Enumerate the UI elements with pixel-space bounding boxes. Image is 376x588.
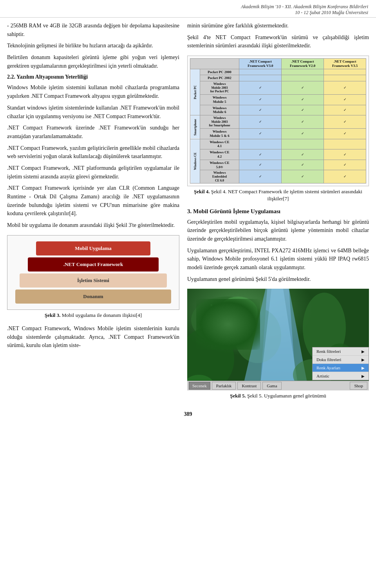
pp2002-v20	[282, 75, 324, 81]
cf-table-wrapper: .NET CompactFramework V3.0 .NET CompactF…	[187, 56, 369, 186]
pocket-pc-label: Pocket PC	[190, 69, 200, 115]
pp2000-cell: Pocket PC 2000	[200, 69, 239, 75]
right-para4: Uygulamanın gerçekleştirimi, INTEL PXA27…	[187, 246, 369, 272]
pp2000-v20	[282, 69, 324, 75]
left-para6: .NET Compact Framework üzerinde .NET Fra…	[7, 124, 179, 140]
doku-filtreleri-label: Doku filtreleri	[316, 357, 341, 362]
left-para8: .NET Compact Framework, .NET platformund…	[7, 164, 179, 181]
artistic-label: Artistic	[316, 374, 329, 378]
figure-3: Mobil Uygulama .NET Compact Framework İş…	[7, 235, 179, 319]
left-para5: Standart windows işletim sistemlerinde k…	[7, 104, 179, 120]
wm6-v20: ✓	[282, 105, 324, 115]
layer-diagram: Mobil Uygulama .NET Compact Framework İş…	[7, 235, 179, 310]
content-area: - 256MB RAM ve 4GB ile 32GB arasında değ…	[0, 22, 376, 405]
waterfall-container: Renk filtreleri ▶ Doku filtreleri ▶ Renk…	[187, 289, 369, 390]
pp2000-v30	[239, 69, 282, 75]
renk-filtreleri-arrow: ▶	[362, 349, 365, 354]
left-para9: .NET Compact Framework içerisinde yer al…	[7, 184, 179, 218]
right-para2: Şekil 4'te NET Compact Framework'ün sürü…	[187, 33, 369, 50]
wce50-v20: ✓	[282, 160, 324, 170]
wm56-v20: ✓	[282, 129, 324, 139]
parlaklik-button[interactable]: Parlaklık	[212, 382, 236, 390]
wm2003p-v30: ✓	[239, 81, 282, 95]
secenek-button[interactable]: Secenek	[189, 382, 210, 390]
wce41-v20	[282, 139, 324, 149]
shop-button[interactable]: Shop	[350, 382, 367, 390]
wm2003s-v35: ✓	[324, 115, 366, 129]
wce50-cell: Windows CE5.0®	[200, 160, 239, 170]
figure-5: Renk filtreleri ▶ Doku filtreleri ▶ Renk…	[187, 289, 369, 399]
left-para7: .NET Compact Framework, yazılım geliştir…	[7, 144, 179, 161]
renk-ayarlari-item[interactable]: Renk Ayarları ▶	[313, 364, 369, 372]
wm2003s-cell: WindowsMobile 2003for Smart­phone	[200, 115, 239, 129]
doku-filtreleri-item[interactable]: Doku filtreleri ▶	[313, 356, 369, 364]
wm6-v30: ✓	[239, 105, 282, 115]
wce60-v20: ✓	[282, 170, 324, 183]
figure-4-text: Şekil 4. NET Compact Framework ile işlet…	[211, 189, 362, 201]
wce50-v35: ✓	[324, 160, 366, 170]
figure-4: .NET CompactFramework V3.0 .NET CompactF…	[187, 56, 369, 202]
right-para5: Uygulamanın genel görünümü Şekil 5'da gö…	[187, 275, 369, 284]
wce41-v30	[239, 139, 282, 149]
layer-donanim: Donanım	[15, 290, 171, 304]
wm-label-cell: WindowsMobile 5 & 6	[200, 129, 239, 139]
svg-rect-11	[215, 312, 216, 313]
right-column: minin sürümüne göre farklılık göstermekt…	[187, 22, 369, 405]
wm5-cell: WindowsMobile 5	[200, 95, 239, 105]
figure-5-caption: Şekil 5. Şekil 5. Uygulamanın genel görü…	[187, 392, 369, 399]
renk-filtreleri-item[interactable]: Renk filtreleri ▶	[313, 347, 369, 356]
page-number: 389	[0, 405, 376, 423]
wm6-cell: WindowsMobile 6	[200, 105, 239, 115]
figure-4-label: Şekil 4.	[194, 189, 210, 194]
kontrast-button[interactable]: Kontrast	[237, 382, 261, 390]
wce42-v20: ✓	[282, 149, 324, 160]
figure-5-text: Şekil 5. Uygulamanın genel görünümü	[247, 393, 326, 399]
artistic-item[interactable]: Artistic ▶	[313, 372, 369, 380]
left-para3: Belirtilen donanım kapasiteleri görüntü …	[7, 53, 179, 70]
wce42-v30: ✓	[239, 149, 282, 160]
right-para3: Gerçekleştirilen mobil uygulamayla, kişi…	[187, 218, 369, 243]
figure-5-label: Şekil 5.	[230, 393, 246, 399]
figure-4-caption: Şekil 4. Şekil 4. NET Compact Framework …	[187, 188, 369, 202]
smartphone-label: Smart­phone	[190, 115, 200, 139]
renk-ayarlari-arrow: ▶	[362, 366, 365, 370]
cf-v20: .NET CompactFramework V2.0	[282, 59, 324, 69]
wm5-v30: ✓	[239, 95, 282, 105]
section-2-2-title: 2.2. Yazılım Altyapısının Yeterliliği	[7, 74, 179, 80]
wm2003p-v20: ✓	[282, 81, 324, 95]
wm2003s-v30: ✓	[239, 115, 282, 129]
wce42-cell: Windows CE4.2	[200, 149, 239, 160]
artistic-arrow: ▶	[362, 374, 365, 378]
cf-header-empty	[190, 59, 239, 69]
header-line2: 10 - 12 Şubat 2010 Muğla Üniversitesi	[8, 10, 368, 16]
pp2002-cell: Pocket PC 2002	[200, 75, 239, 81]
right-para1: minin sürümüne göre farklılık göstermekt…	[187, 22, 369, 30]
layer-net: .NET Compact Framework	[28, 257, 159, 272]
layer-mobil: Mobil Uygulama	[36, 241, 151, 255]
wce50-v30: ✓	[239, 160, 282, 170]
svg-point-0	[191, 297, 262, 343]
left-para4: Windows Mobile işletim sistemini kullana…	[7, 83, 179, 100]
wce60-v35: ✓	[324, 170, 366, 183]
wm6-v35: ✓	[324, 105, 366, 115]
left-para2: Teknolojinin gelişmesi ile birlikte bu h…	[7, 41, 179, 50]
cf-v30: .NET CompactFramework V3.0	[239, 59, 282, 69]
header-line1: Akademik Bilişim '10 - XII. Akademik Bil…	[8, 4, 368, 10]
wm2003p-v35: ✓	[324, 81, 366, 95]
layer-isletim: İşletim Sistemi	[20, 273, 167, 288]
svg-point-3	[219, 297, 258, 328]
section-3-title: 3. Mobil Görüntü İşleme Uygulaması	[187, 208, 369, 215]
gama-button[interactable]: Gama	[262, 382, 281, 390]
wce41-cell: Windows CE4.1	[200, 139, 239, 149]
figure-3-caption: Şekil 3. Mobil uygulama ile donanım iliş…	[7, 312, 179, 319]
wm2003p-cell: WindowsMobile 2003for Pocket PC	[200, 81, 239, 95]
wm56-v30: ✓	[239, 129, 282, 139]
left-para11: .NET Compact Framework, Windows Mobile i…	[7, 324, 179, 350]
svg-rect-10	[211, 304, 212, 306]
left-para1: - 256MB RAM ve 4GB ile 32GB arasında değ…	[7, 22, 179, 38]
figure-3-text: Mobil uygulama ile donanım ilişkisi[4]	[62, 312, 142, 318]
pp2002-v35	[324, 75, 366, 81]
pp2000-v35	[324, 69, 366, 75]
wm56-v35: ✓	[324, 129, 366, 139]
wce60-cell: WindowsEmbeddedCE 6.0	[200, 170, 239, 183]
